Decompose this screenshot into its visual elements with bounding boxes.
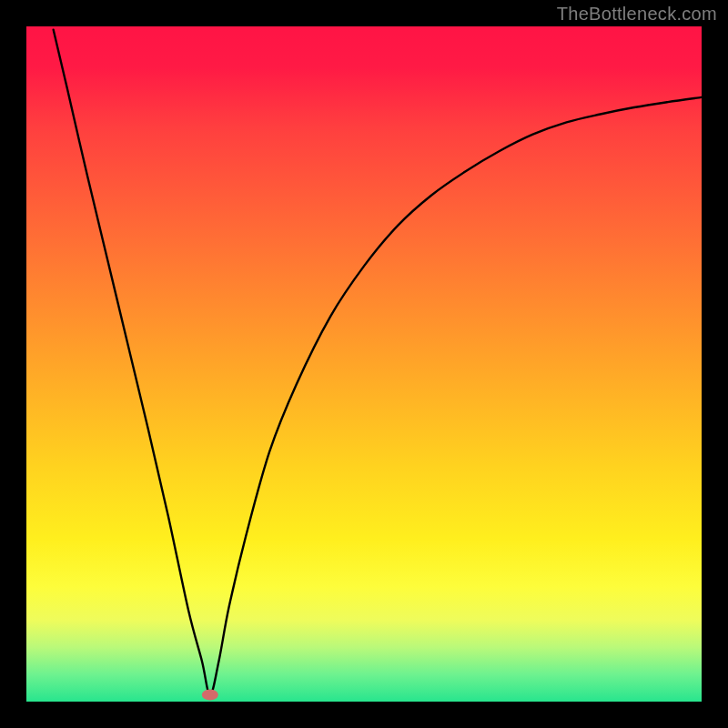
- watermark-text: TheBottleneck.com: [557, 4, 717, 25]
- plot-area: [26, 26, 702, 702]
- chart-frame: TheBottleneck.com: [0, 0, 728, 728]
- bottleneck-curve: [54, 30, 702, 695]
- min-marker: [202, 690, 218, 701]
- curve-svg: [26, 26, 702, 702]
